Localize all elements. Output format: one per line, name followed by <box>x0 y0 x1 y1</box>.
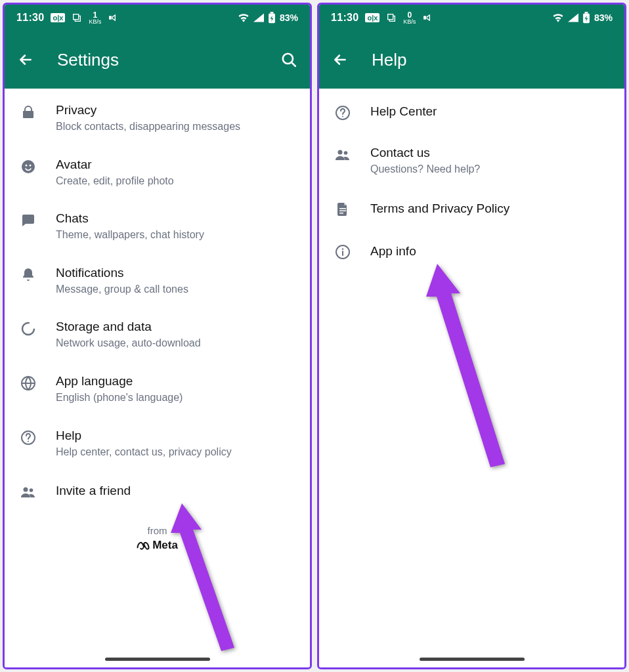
dnd-icon <box>422 12 433 23</box>
wifi-icon <box>238 13 249 22</box>
olx-icon: o|x <box>365 13 380 22</box>
navigation-bar-handle[interactable] <box>420 658 525 661</box>
item-title: Terms and Privacy Policy <box>370 201 610 216</box>
data-rate: 0 KB/s <box>403 11 416 25</box>
item-title: Storage and data <box>56 320 295 334</box>
svg-rect-3 <box>271 12 274 13</box>
svg-rect-0 <box>74 14 79 20</box>
svg-point-6 <box>26 164 28 166</box>
svg-rect-1 <box>109 16 112 19</box>
item-title: Invite a friend <box>56 484 295 498</box>
meta-brand: Meta <box>137 539 178 552</box>
item-subtitle: Help center, contact us, privacy policy <box>56 445 295 459</box>
signal-icon <box>568 13 578 22</box>
globe-icon <box>19 375 37 391</box>
info-icon <box>334 244 352 260</box>
svg-point-5 <box>22 160 35 173</box>
svg-point-21 <box>344 151 348 155</box>
item-title: Contact us <box>370 146 610 160</box>
battery-pct: 83% <box>280 12 298 23</box>
help-icon <box>334 105 352 121</box>
screenshot-icon <box>72 12 82 23</box>
help-item-center[interactable]: Help Center <box>319 91 624 134</box>
item-subtitle: Network usage, auto-download <box>56 336 295 350</box>
chat-icon <box>19 213 37 228</box>
wifi-icon <box>552 13 564 22</box>
help-list: Help Center Contact us Questions? Need h… <box>319 89 624 667</box>
app-bar-help: Help <box>319 31 624 89</box>
svg-point-26 <box>342 248 343 249</box>
help-item-contact[interactable]: Contact us Questions? Need help? <box>319 134 624 188</box>
settings-list: Privacy Block contacts, disappearing mes… <box>5 89 310 667</box>
storage-icon <box>19 321 37 337</box>
settings-item-help[interactable]: Help Help center, contact us, privacy po… <box>5 417 310 471</box>
back-button[interactable] <box>328 48 352 72</box>
phone-help: 11:30 o|x 0 KB/s 83% <box>317 3 626 669</box>
people-icon <box>19 484 37 500</box>
signal-icon <box>253 13 264 22</box>
data-rate: 1 KB/s <box>89 11 101 25</box>
status-bar: 11:30 o|x 1 KB/s 83% <box>5 5 310 31</box>
app-bar-settings: Settings <box>5 31 310 89</box>
item-subtitle: English (phone's language) <box>56 390 295 405</box>
page-title: Settings <box>57 50 119 70</box>
svg-rect-17 <box>585 12 588 13</box>
page-title: Help <box>372 50 406 70</box>
avatar-icon <box>19 159 37 175</box>
settings-item-avatar[interactable]: Avatar Create, edit, profile photo <box>5 146 310 200</box>
lock-icon <box>19 104 37 120</box>
svg-rect-15 <box>423 16 426 19</box>
item-subtitle: Block contacts, disappearing messages <box>56 119 295 134</box>
settings-item-invite[interactable]: Invite a friend <box>5 471 310 513</box>
footer-from: from <box>5 525 310 536</box>
item-title: App info <box>370 244 610 259</box>
item-title: Notifications <box>56 266 295 280</box>
battery-icon <box>582 12 590 24</box>
settings-item-chats[interactable]: Chats Theme, wallpapers, chat history <box>5 200 310 254</box>
item-title: Chats <box>56 211 295 226</box>
settings-item-storage[interactable]: Storage and data Network usage, auto-dow… <box>5 308 310 362</box>
svg-rect-24 <box>339 213 343 214</box>
item-subtitle: Theme, wallpapers, chat history <box>56 228 295 242</box>
item-title: Privacy <box>56 103 295 117</box>
navigation-bar-handle[interactable] <box>105 658 210 661</box>
item-subtitle: Create, edit, profile photo <box>56 174 295 188</box>
svg-point-20 <box>338 150 343 155</box>
help-item-appinfo[interactable]: App info <box>319 231 624 274</box>
help-item-terms[interactable]: Terms and Privacy Policy <box>319 188 624 231</box>
svg-point-11 <box>28 440 29 442</box>
status-bar: 11:30 o|x 0 KB/s 83% <box>319 5 624 31</box>
bell-icon <box>19 267 37 283</box>
settings-item-notifications[interactable]: Notifications Message, group & call tone… <box>5 254 310 308</box>
svg-point-12 <box>24 487 28 492</box>
olx-icon: o|x <box>51 13 65 22</box>
item-subtitle: Questions? Need help? <box>370 162 610 177</box>
back-button[interactable] <box>14 48 37 72</box>
svg-point-13 <box>30 488 33 492</box>
svg-rect-14 <box>388 14 393 20</box>
screenshot-icon <box>386 12 397 23</box>
search-button[interactable] <box>277 48 301 72</box>
item-title: App language <box>56 374 295 388</box>
footer: from Meta <box>5 513 310 585</box>
status-time: 11:30 <box>331 12 358 24</box>
document-icon <box>334 201 352 217</box>
svg-rect-23 <box>339 211 346 212</box>
svg-point-7 <box>30 164 32 166</box>
item-title: Help Center <box>370 104 610 119</box>
svg-rect-22 <box>339 208 346 209</box>
item-subtitle: Message, group & call tones <box>56 282 295 297</box>
settings-item-privacy[interactable]: Privacy Block contacts, disappearing mes… <box>5 91 310 146</box>
help-icon <box>19 430 37 446</box>
item-title: Help <box>56 429 295 443</box>
battery-icon <box>268 12 276 24</box>
phone-settings: 11:30 o|x 1 KB/s 83% <box>3 3 312 669</box>
battery-pct: 83% <box>594 12 613 23</box>
dnd-icon <box>108 12 118 23</box>
svg-point-8 <box>22 323 34 335</box>
people-icon <box>334 147 352 163</box>
settings-item-language[interactable]: App language English (phone's language) <box>5 362 310 417</box>
svg-point-19 <box>342 116 343 117</box>
status-time: 11:30 <box>16 12 44 24</box>
item-title: Avatar <box>56 158 295 172</box>
